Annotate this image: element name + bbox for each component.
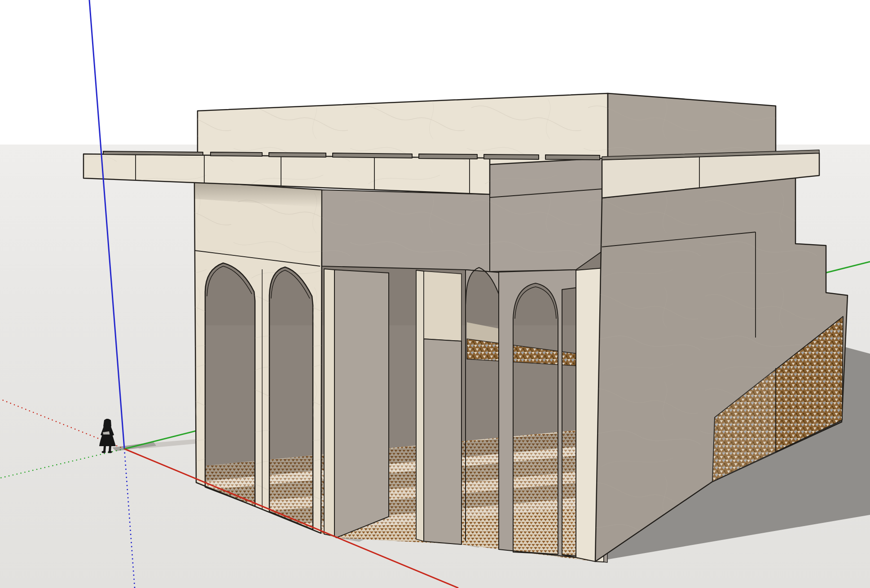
- figure-foot: [102, 451, 106, 453]
- pier-front-face[interactable]: [334, 270, 389, 538]
- pier-left-lit-face[interactable]: [416, 270, 424, 541]
- pier-left-lit-face[interactable]: [324, 269, 334, 536]
- modeling-viewport[interactable]: [0, 0, 870, 588]
- pier-front-upper-lit[interactable]: [424, 271, 461, 341]
- figure-foot: [108, 451, 112, 453]
- pier-front-face[interactable]: [424, 339, 461, 544]
- figure-hair: [103, 419, 111, 426]
